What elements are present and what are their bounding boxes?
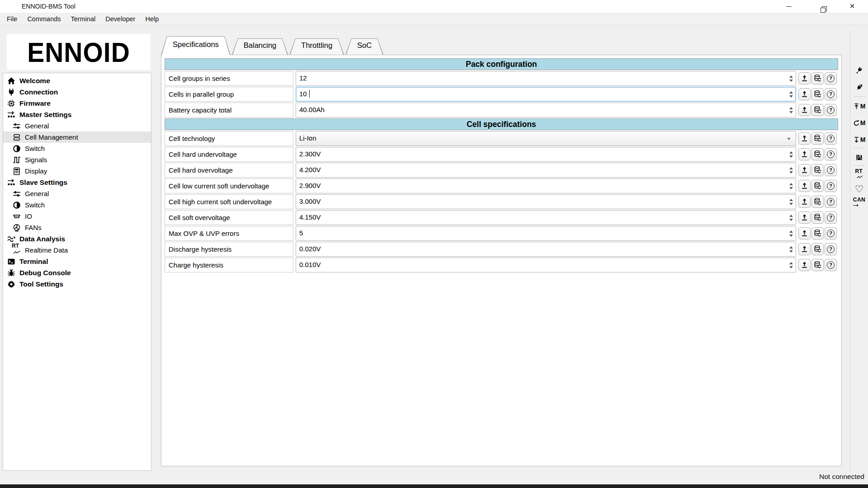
spinner-buttons[interactable] bbox=[788, 211, 794, 225]
value-field[interactable]: 10 bbox=[296, 87, 796, 102]
write-master-button[interactable]: M bbox=[850, 99, 868, 113]
help-button[interactable]: ? bbox=[825, 72, 837, 84]
value-field[interactable]: 5 bbox=[296, 226, 796, 241]
write-button[interactable] bbox=[798, 88, 811, 100]
help-button[interactable]: ? bbox=[825, 211, 837, 224]
value-field[interactable]: 0.010V bbox=[296, 258, 796, 272]
restore-default-button[interactable] bbox=[811, 227, 824, 239]
tab-balancing[interactable]: Balancing bbox=[232, 38, 288, 55]
restore-default-button[interactable] bbox=[811, 88, 824, 100]
help-button[interactable]: ? bbox=[825, 104, 837, 116]
sidebar-item-tool-settings[interactable]: Tool Settings bbox=[3, 278, 151, 290]
value-field[interactable]: 4.150V bbox=[296, 210, 796, 225]
sidebar-item-slave-settings[interactable]: Slave Settings bbox=[3, 177, 151, 188]
restore-default-button[interactable] bbox=[811, 259, 824, 271]
spinner-buttons[interactable] bbox=[788, 195, 794, 209]
close-button[interactable]: × bbox=[836, 0, 868, 13]
help-button[interactable]: ? bbox=[825, 164, 837, 176]
help-button[interactable]: ? bbox=[825, 88, 837, 100]
help-button[interactable]: ? bbox=[825, 132, 837, 145]
spinner-buttons[interactable] bbox=[788, 242, 794, 256]
spinner-buttons[interactable] bbox=[788, 71, 794, 85]
value-field[interactable]: Li-Ion bbox=[296, 131, 796, 146]
sidebar-item-io[interactable]: IO bbox=[3, 211, 151, 222]
sidebar-item-master-settings[interactable]: Master Settings bbox=[3, 109, 151, 120]
restore-default-button[interactable] bbox=[811, 180, 824, 192]
spinner-buttons[interactable] bbox=[788, 87, 794, 101]
sidebar-item-data-analysis[interactable]: Data Analysis bbox=[3, 233, 151, 244]
sidebar-item-general[interactable]: General bbox=[3, 120, 151, 131]
restore-default-button[interactable] bbox=[811, 148, 824, 160]
help-button[interactable]: ? bbox=[825, 180, 837, 192]
spinner-buttons[interactable] bbox=[788, 226, 794, 240]
restore-default-button[interactable] bbox=[811, 164, 824, 176]
help-button[interactable]: ? bbox=[825, 243, 837, 255]
tab-specifications[interactable]: Specifications bbox=[161, 36, 231, 55]
spinner-buttons[interactable] bbox=[788, 163, 794, 177]
minimize-button[interactable] bbox=[773, 0, 805, 13]
help-button[interactable]: ? bbox=[825, 259, 837, 271]
write-button[interactable] bbox=[798, 164, 811, 176]
restore-default-button[interactable] bbox=[811, 211, 824, 224]
save-button[interactable] bbox=[850, 150, 868, 164]
sidebar-item-switch[interactable]: Switch bbox=[3, 199, 151, 211]
value-field[interactable]: 0.020V bbox=[296, 242, 796, 257]
value-field[interactable]: 40.00Ah bbox=[296, 103, 796, 117]
keep-alive-button[interactable]: ♡ bbox=[850, 182, 868, 197]
spinner-buttons[interactable] bbox=[788, 179, 794, 193]
sidebar-item-terminal[interactable]: Terminal bbox=[3, 256, 151, 267]
write-button[interactable] bbox=[798, 180, 811, 192]
sidebar-item-realtime-data[interactable]: RT Realtime Data bbox=[3, 244, 151, 256]
connect-button[interactable] bbox=[850, 63, 868, 77]
read-master-button[interactable]: M bbox=[850, 132, 868, 147]
menu-terminal[interactable]: Terminal bbox=[66, 14, 101, 24]
write-button[interactable] bbox=[798, 227, 811, 239]
write-button[interactable] bbox=[798, 211, 811, 224]
menu-commands[interactable]: Commands bbox=[22, 14, 66, 24]
restore-default-button[interactable] bbox=[811, 104, 824, 116]
value-field[interactable]: 12 bbox=[296, 71, 796, 86]
tab-soc[interactable]: SoC bbox=[345, 38, 383, 55]
sidebar-item-signals[interactable]: Signals bbox=[3, 154, 151, 165]
write-button[interactable] bbox=[798, 259, 811, 271]
tab-throttling[interactable]: Throttling bbox=[289, 38, 344, 55]
restore-default-button[interactable] bbox=[811, 72, 824, 84]
spinner-buttons[interactable] bbox=[788, 258, 794, 272]
restore-default-button[interactable] bbox=[811, 243, 824, 255]
disconnect-button[interactable] bbox=[850, 80, 868, 94]
reload-master-button[interactable]: M bbox=[850, 116, 868, 130]
menu-file[interactable]: File bbox=[2, 14, 22, 24]
menu-help[interactable]: Help bbox=[140, 14, 164, 24]
realtime-data-button[interactable]: RT bbox=[850, 168, 868, 182]
restore-default-button[interactable] bbox=[811, 132, 824, 145]
sidebar-item-debug-console[interactable]: Debug Console bbox=[3, 267, 151, 278]
help-button[interactable]: ? bbox=[825, 148, 837, 160]
menu-developer[interactable]: Developer bbox=[100, 14, 140, 24]
value-field[interactable]: 2.300V bbox=[296, 147, 796, 162]
help-button[interactable]: ? bbox=[825, 227, 837, 239]
write-button[interactable] bbox=[798, 148, 811, 160]
sidebar-item-cell-management[interactable]: Cell Management bbox=[3, 131, 151, 143]
help-button[interactable]: ? bbox=[825, 196, 837, 208]
can-forward-button[interactable]: CAN bbox=[850, 196, 868, 211]
sidebar-item-general[interactable]: General bbox=[3, 188, 151, 199]
sidebar-item-welcome[interactable]: Welcome bbox=[3, 75, 151, 86]
sidebar-item-fans[interactable]: FANs bbox=[3, 222, 151, 233]
spinner-buttons[interactable] bbox=[788, 103, 794, 117]
write-button[interactable] bbox=[798, 72, 811, 84]
value-field[interactable]: 4.200V bbox=[296, 163, 796, 178]
write-button[interactable] bbox=[798, 196, 811, 208]
spinner-buttons[interactable] bbox=[788, 147, 794, 161]
value-field[interactable]: 2.900V bbox=[296, 178, 796, 193]
sidebar-item-connection[interactable]: Connection bbox=[3, 86, 151, 98]
write-button[interactable] bbox=[798, 243, 811, 255]
sidebar-item-switch[interactable]: Switch bbox=[3, 143, 151, 154]
restore-default-button[interactable] bbox=[811, 196, 824, 208]
dropdown-arrow-icon[interactable] bbox=[787, 138, 791, 140]
value-field[interactable]: 3.000V bbox=[296, 194, 796, 209]
write-button[interactable] bbox=[798, 104, 811, 116]
sidebar-item-display[interactable]: Display bbox=[3, 165, 151, 177]
sidebar-item-firmware[interactable]: Firmware bbox=[3, 98, 151, 109]
restore-button[interactable] bbox=[805, 0, 836, 13]
write-button[interactable] bbox=[798, 132, 811, 145]
